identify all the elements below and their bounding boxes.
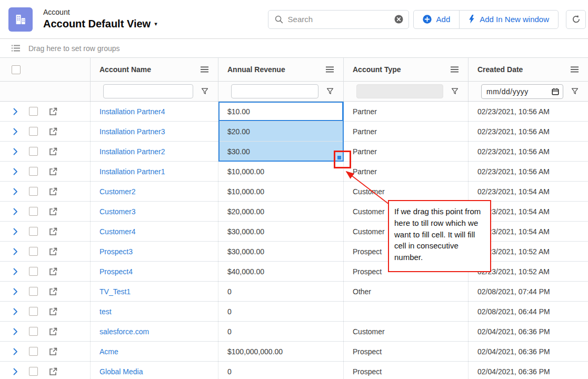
- account-name-link[interactable]: Customer3: [99, 207, 135, 216]
- annual-revenue-cell[interactable]: $10,000.00: [218, 182, 344, 201]
- annual-revenue-cell[interactable]: $20,000.00: [218, 202, 344, 221]
- expand-chevron-icon[interactable]: [13, 148, 18, 155]
- open-in-new-window-icon[interactable]: [49, 307, 57, 316]
- account-type-cell[interactable]: Other: [344, 282, 469, 301]
- annual-revenue-cell[interactable]: $100,000,000.00: [218, 342, 344, 361]
- refresh-button[interactable]: [566, 10, 586, 29]
- add-button[interactable]: Add: [414, 11, 460, 28]
- expand-chevron-icon[interactable]: [13, 268, 18, 275]
- select-all-checkbox[interactable]: [12, 65, 21, 74]
- account-name-link[interactable]: Installation Partner2: [99, 147, 165, 156]
- expand-chevron-icon[interactable]: [13, 188, 18, 195]
- created-date-cell[interactable]: 02/23/2021, 10:54 AM: [469, 202, 588, 221]
- expand-chevron-icon[interactable]: [13, 288, 18, 295]
- row-checkbox[interactable]: [29, 267, 38, 276]
- column-menu-icon[interactable]: [201, 66, 208, 73]
- annual-revenue-cell[interactable]: $30,000.00: [218, 242, 344, 261]
- row-checkbox[interactable]: [29, 327, 38, 336]
- row-checkbox[interactable]: [29, 167, 38, 176]
- created-date-cell[interactable]: 02/23/2021, 10:54 AM: [469, 222, 588, 241]
- row-checkbox[interactable]: [29, 347, 38, 356]
- row-group-panel[interactable]: Drag here to set row groups: [0, 39, 588, 58]
- account-name-filter-input[interactable]: [103, 84, 193, 98]
- open-in-new-window-icon[interactable]: [49, 167, 57, 176]
- created-date-cell[interactable]: 02/23/2021, 10:54 AM: [469, 182, 588, 201]
- account-type-cell[interactable]: Customer: [344, 322, 469, 341]
- created-date-cell[interactable]: 02/04/2021, 06:36 PM: [469, 362, 588, 379]
- row-checkbox[interactable]: [29, 127, 38, 136]
- row-checkbox[interactable]: [29, 367, 38, 376]
- open-in-new-window-icon[interactable]: [49, 347, 57, 356]
- open-in-new-window-icon[interactable]: [49, 247, 57, 256]
- column-menu-icon[interactable]: [326, 66, 334, 73]
- annual-revenue-cell[interactable]: $10,000.00: [218, 162, 344, 181]
- account-name-link[interactable]: Installation Partner3: [99, 127, 165, 136]
- account-type-cell[interactable]: Partner: [344, 162, 469, 181]
- account-name-link[interactable]: TV_Test1: [99, 287, 131, 296]
- expand-chevron-icon[interactable]: [13, 128, 18, 135]
- annual-revenue-cell[interactable]: $10.00: [218, 102, 344, 121]
- annual-revenue-filter-input[interactable]: [231, 84, 318, 98]
- open-in-new-window-icon[interactable]: [49, 107, 57, 116]
- account-name-link[interactable]: Installation Partner4: [99, 107, 165, 116]
- filter-funnel-icon[interactable]: [451, 88, 459, 95]
- chevron-down-icon[interactable]: ▾: [154, 21, 157, 28]
- row-checkbox[interactable]: [29, 247, 38, 256]
- row-checkbox[interactable]: [29, 207, 38, 216]
- account-type-cell[interactable]: Prospect: [344, 262, 469, 281]
- created-date-cell[interactable]: 02/08/2021, 07:44 PM: [469, 282, 588, 301]
- open-in-new-window-icon[interactable]: [49, 187, 57, 196]
- account-type-cell[interactable]: Partner: [344, 102, 469, 121]
- account-name-link[interactable]: Prospect3: [99, 247, 133, 256]
- add-in-new-window-button[interactable]: Add In New window: [459, 11, 558, 28]
- created-date-cell[interactable]: 02/04/2021, 06:36 PM: [469, 322, 588, 341]
- header-cell-annual-revenue[interactable]: Annual Revenue: [218, 58, 344, 81]
- search-box[interactable]: [268, 10, 409, 29]
- annual-revenue-cell[interactable]: $30,000.00: [218, 222, 344, 241]
- open-in-new-window-icon[interactable]: [49, 227, 57, 236]
- account-name-link[interactable]: test: [99, 307, 112, 316]
- expand-chevron-icon[interactable]: [13, 368, 18, 375]
- annual-revenue-cell[interactable]: 0: [218, 282, 344, 301]
- annual-revenue-cell[interactable]: $20.00: [218, 122, 344, 141]
- search-input[interactable]: [288, 15, 394, 24]
- account-type-cell[interactable]: Customer: [344, 202, 469, 221]
- open-in-new-window-icon[interactable]: [49, 367, 57, 376]
- account-type-cell[interactable]: Partner: [344, 142, 469, 161]
- column-menu-icon[interactable]: [451, 66, 459, 73]
- account-name-link[interactable]: Installation Partner1: [99, 167, 165, 176]
- account-type-cell[interactable]: Partner: [344, 122, 469, 141]
- account-name-link[interactable]: Acme: [99, 347, 118, 356]
- row-checkbox[interactable]: [29, 287, 38, 296]
- account-type-cell[interactable]: Customer: [344, 222, 469, 241]
- account-name-link[interactable]: Global Media: [99, 367, 143, 376]
- filter-funnel-icon[interactable]: [571, 88, 579, 95]
- annual-revenue-cell[interactable]: 0: [218, 302, 344, 321]
- account-type-cell[interactable]: Prospect: [344, 242, 469, 261]
- created-date-cell[interactable]: 02/23/2021, 10:52 AM: [469, 262, 588, 281]
- open-in-new-window-icon[interactable]: [49, 147, 57, 156]
- expand-chevron-icon[interactable]: [13, 308, 18, 315]
- calendar-icon[interactable]: [552, 88, 559, 95]
- expand-chevron-icon[interactable]: [13, 328, 18, 335]
- account-type-cell[interactable]: Prospect: [344, 342, 469, 361]
- account-name-link[interactable]: Customer4: [99, 227, 135, 236]
- expand-chevron-icon[interactable]: [13, 168, 18, 175]
- row-checkbox[interactable]: [29, 147, 38, 156]
- open-in-new-window-icon[interactable]: [49, 207, 57, 216]
- filter-funnel-icon[interactable]: [201, 88, 208, 95]
- header-cell-created-date[interactable]: Created Date: [469, 58, 588, 81]
- created-date-cell[interactable]: 02/04/2021, 06:36 PM: [469, 342, 588, 361]
- expand-chevron-icon[interactable]: [13, 208, 18, 215]
- row-checkbox[interactable]: [29, 307, 38, 316]
- clear-search-icon[interactable]: [394, 15, 403, 24]
- created-date-cell[interactable]: 02/23/2021, 10:52 AM: [469, 242, 588, 261]
- created-date-cell[interactable]: 02/23/2021, 10:56 AM: [469, 162, 588, 181]
- created-date-cell[interactable]: 02/23/2021, 10:56 AM: [469, 122, 588, 141]
- expand-chevron-icon[interactable]: [13, 248, 18, 255]
- expand-chevron-icon[interactable]: [13, 228, 18, 235]
- annual-revenue-cell[interactable]: $30.00: [218, 142, 344, 161]
- open-in-new-window-icon[interactable]: [49, 267, 57, 276]
- header-cell-account-name[interactable]: Account Name: [91, 58, 218, 81]
- open-in-new-window-icon[interactable]: [49, 327, 57, 336]
